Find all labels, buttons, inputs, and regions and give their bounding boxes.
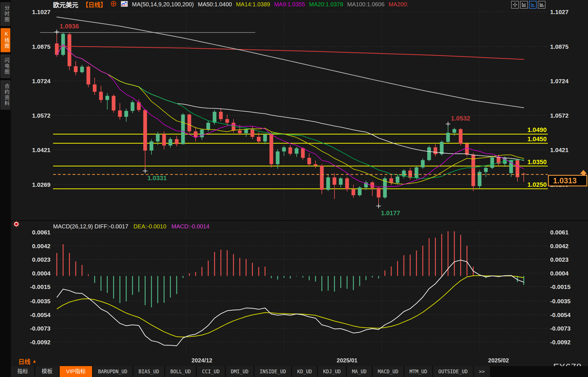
sidebar-item-candle-chart[interactable]: K线图 [1,28,10,52]
candle-body [301,148,305,158]
bottom-tab-BOLL_UD[interactable]: BOLL_UD [165,366,196,377]
macd-histogram-bar [523,276,524,285]
bottom-tab-指标[interactable]: 指标 [11,366,34,377]
candle-body [156,134,160,141]
scale-right-button-active[interactable] [529,1,537,9]
macd-histogram-bar [328,276,329,291]
ma9-value: MA9:1.0355 [274,1,305,8]
macd-macd-value: MACD:-0.0014 [172,223,209,230]
candle-body [207,123,210,130]
macd-histogram-bar [252,263,253,276]
time-axis-label: 2024/12 [192,357,212,364]
macd-histogram-bar [233,254,234,276]
macd-histogram-bar [416,250,417,276]
candle-body [74,66,78,72]
candle-body [276,151,280,164]
pane-divider [11,220,588,221]
bottom-tab-KDJ_UD[interactable]: KDJ_UD [318,366,346,377]
bottom-tab-模板[interactable]: 模板 [35,366,59,377]
chart-type-sidebar: 分时图 K线图 闪电图 合约资料 [0,0,11,377]
candle-body [440,142,444,154]
crosshair-tool-button[interactable] [511,1,519,9]
macd-histogram-bar [183,276,184,278]
macd-axis-label-right: 0.0023 [550,256,568,263]
ma20-value: MA20:1.0378 [309,1,343,8]
macd-histogram-bar [164,276,165,303]
macd-axis-label-right: -0.0015 [550,283,571,290]
candle-body [87,67,90,84]
macd-histogram-bar [113,276,114,299]
macd-histogram-bar [391,267,392,276]
macd-histogram-bar [347,276,348,289]
macd-axis-label-right: 0.0042 [550,243,568,249]
macd-histogram-bar [107,276,108,293]
macd-axis-label-left: -0.0015 [30,283,51,290]
chart-header: 欧元美元 【日线】 MA(50,14,9,20,100,200) MA50:1.… [53,1,408,8]
bottom-tab->>[interactable]: >> [474,366,490,377]
price-axis-label-left: 1.0269 [32,181,50,188]
macd-histogram-bar [284,276,285,278]
macd-histogram-bar [353,276,354,290]
candle-body [251,129,254,137]
macd-axis-label-left: 0.0061 [32,229,51,236]
sidebar-item-flash-chart[interactable]: 闪电图 [1,55,10,78]
swing-low-label: 1.0331 [147,174,167,182]
macd-histogram-bar [139,276,139,292]
indicator-tab-bar: 指标模板VIP指标BARUPDN_UDBIAS_UDBOLL_UDCCI_UDD… [0,366,588,377]
symbol-title: 欧元美元 [53,0,78,9]
candle-body [282,147,286,151]
macd-diff-value: MACD(26,12,9) DIFF:-0.0017 [53,223,128,230]
period-selector[interactable]: 日线 ▲ [18,357,37,366]
macd-axis-label-left: -0.0073 [30,325,50,332]
sidebar-item-time-chart[interactable]: 分时图 [1,2,10,26]
bottom-tab-INSIDE_UD[interactable]: INSIDE_UD [254,366,291,377]
grid-layer: 1.10271.08751.07241.05721.04211.02690.00… [30,9,571,356]
bottom-tab-OUTSIDE_UD[interactable]: OUTSIDE_UD [433,366,473,377]
price-axis-label-left: 1.0875 [32,43,51,50]
pan-right-button[interactable] [538,1,546,9]
crosshair-plus-icon[interactable] [110,1,117,8]
period-selector-label: 日线 [18,357,30,366]
macd-axis-label-left: 0.0023 [32,256,50,263]
candle-body [143,110,147,150]
macd-histogram-bar [410,255,411,276]
macd-histogram-bar [101,276,102,291]
macd-histogram-bar [69,253,70,276]
candle-body [244,129,248,133]
mini-chart-icon[interactable] [121,1,128,8]
bottom-tab-VIP指标[interactable]: VIP指标 [60,366,92,377]
sidebar-item-contract-info[interactable]: 合约资料 [1,80,10,110]
ma50-value: MA50:1.0400 [198,1,232,8]
bottom-tab-BARUPDN_UD[interactable]: BARUPDN_UD [93,366,133,377]
indicator-settings-icon[interactable] [12,220,21,230]
macd-histogram-bar [454,231,455,276]
candle-body [213,112,217,123]
candle-body [219,112,223,119]
macd-histogram-bar [309,276,310,280]
macd-histogram-bar [126,276,127,302]
bottom-tab-MACD_UD[interactable]: MACD_UD [373,366,404,377]
bottom-tab-DMI_UD[interactable]: DMI_UD [226,366,254,377]
price-axis-label-left: 1.1027 [32,9,50,15]
ma200-value: MA200: [389,1,408,8]
macd-histogram-bar [334,276,335,292]
macd-histogram-bar [366,276,367,280]
bottom-tab-CCI_UD[interactable]: CCI_UD [197,366,225,377]
macd-histogram-bar [378,276,379,279]
bottom-tab-MA_UD[interactable]: MA_UD [347,366,372,377]
macd-histogram-bar [75,261,76,276]
macd-header: MACD(26,12,9) DIFF:-0.0017 DEA:-0.0010 M… [53,223,209,230]
period-tag[interactable]: 【日线】 [82,0,106,9]
swing-high-label: 1.0936 [60,23,79,30]
macd-histogram-bar [290,276,291,279]
bottom-tab-KD_UD[interactable]: KD_UD [292,366,317,377]
candle-body [345,178,349,189]
candle-body [465,144,469,155]
bottom-tab-BIAS_UD[interactable]: BIAS_UD [133,366,164,377]
price-macd-chart[interactable]: 1.10271.08751.07241.05721.04211.02690.00… [0,0,588,377]
scale-left-button[interactable] [520,1,528,9]
candle-body [80,67,84,72]
candle-body [358,187,362,195]
bottom-tab-MTM_UD[interactable]: MTM_UD [404,366,432,377]
macd-axis-label-right: -0.0073 [550,325,571,332]
